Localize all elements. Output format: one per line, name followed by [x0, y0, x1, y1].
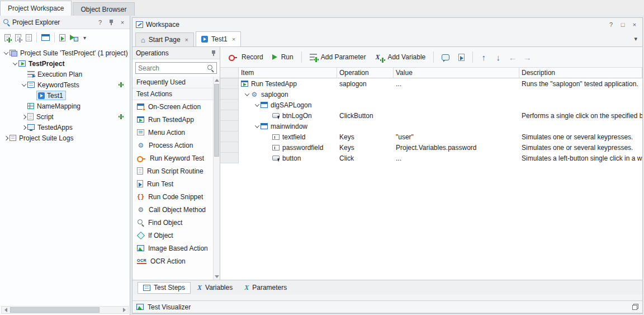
- tab-project-workspace[interactable]: Project Workspace: [0, 1, 72, 16]
- step-value[interactable]: [394, 121, 519, 131]
- add-operation-button[interactable]: [454, 50, 468, 64]
- scrollbar-thumb[interactable]: [10, 307, 100, 313]
- pin-icon[interactable]: [107, 18, 116, 27]
- step-description[interactable]: Performs a single click on the specified…: [519, 110, 642, 121]
- name-mapping-icon[interactable]: [41, 34, 50, 41]
- add-keyword-test-button[interactable]: [119, 82, 124, 88]
- open-item-icon[interactable]: [26, 34, 32, 41]
- operation-image-based-action[interactable]: Image Based Action: [132, 242, 213, 255]
- add-script-button[interactable]: [119, 114, 124, 120]
- row-gutter[interactable]: [220, 121, 239, 131]
- test-step-row[interactable]: passwordfield Keys Project.Variables.pas…: [220, 142, 642, 153]
- expander-icon[interactable]: [20, 83, 27, 87]
- tab-test1[interactable]: Test1 ×: [196, 31, 241, 46]
- test-step-row[interactable]: ⚙saplogon: [220, 89, 642, 100]
- expander-icon[interactable]: [243, 93, 250, 96]
- test-step-row[interactable]: mainwindow: [220, 121, 642, 131]
- tree-item-testedapps[interactable]: TestedApps: [0, 122, 130, 133]
- operation-run-testedapp[interactable]: Run TestedApp: [132, 113, 213, 126]
- operation-run-script-routine[interactable]: Run Script Routine: [132, 164, 213, 177]
- step-value[interactable]: [394, 100, 519, 110]
- operation-find-object[interactable]: Find Object: [132, 216, 213, 229]
- step-description[interactable]: Simulates one or several keypresses.: [519, 142, 642, 153]
- step-description[interactable]: Simulates a left-button single click in …: [519, 153, 642, 163]
- tab-start-page[interactable]: ⌂ Start Page ×: [135, 32, 194, 46]
- step-value[interactable]: [394, 110, 519, 121]
- tree-item-project-suite[interactable]: Project Suite 'TestProject' (1 project): [0, 48, 130, 58]
- close-tab-icon[interactable]: ×: [185, 36, 188, 43]
- operation-process-action[interactable]: ⚙Process Action: [132, 139, 213, 152]
- step-operation[interactable]: Click: [337, 153, 394, 163]
- column-header-value[interactable]: Value: [394, 68, 519, 78]
- test-step-row[interactable]: btnLogOn ClickButton Performs a single c…: [220, 110, 642, 121]
- scrollbar-thumb[interactable]: [214, 84, 219, 157]
- run-project-suite-icon[interactable]: [70, 34, 79, 41]
- step-item-cell[interactable]: button: [239, 153, 337, 163]
- operation-run-test[interactable]: Run Test: [132, 177, 213, 190]
- expander-icon[interactable]: [253, 125, 261, 128]
- close-icon[interactable]: ×: [630, 20, 639, 29]
- add-existing-item-icon[interactable]: [15, 34, 21, 41]
- tree-item-execution-plan[interactable]: Execution Plan: [0, 69, 130, 79]
- operation-run-code-snippet[interactable]: {}Run Code Snippet: [132, 190, 213, 203]
- row-gutter[interactable]: [220, 131, 239, 142]
- group-frequently-used[interactable]: Frequently Used: [132, 77, 213, 88]
- step-description[interactable]: Runs the "saplogon" tested application.: [519, 78, 642, 89]
- row-gutter[interactable]: [220, 89, 239, 100]
- step-description[interactable]: [519, 121, 642, 131]
- visualizer-float-icon[interactable]: [632, 304, 638, 310]
- pin-icon[interactable]: [211, 50, 216, 57]
- step-value[interactable]: Project.Variables.password: [394, 142, 519, 153]
- move-down-icon[interactable]: ↓: [491, 53, 505, 62]
- expander-icon[interactable]: [20, 115, 27, 119]
- expander-icon[interactable]: [2, 51, 10, 55]
- run-project-icon[interactable]: [59, 34, 65, 41]
- tree-item-test1[interactable]: Test1: [0, 90, 130, 101]
- row-gutter[interactable]: [220, 153, 239, 163]
- run-button[interactable]: Run: [268, 50, 297, 64]
- test-step-row[interactable]: button Click ... Simulates a left-button…: [220, 153, 642, 163]
- scroll-down-icon[interactable]: [214, 273, 220, 280]
- scroll-right-icon[interactable]: [120, 307, 128, 313]
- expander-icon[interactable]: [20, 126, 27, 129]
- step-item-cell[interactable]: textfield: [239, 131, 337, 142]
- move-up-icon[interactable]: ↑: [477, 53, 490, 62]
- operation-run-keyword-test[interactable]: Run Keyword Test: [132, 152, 213, 164]
- row-gutter[interactable]: [220, 100, 239, 110]
- step-value[interactable]: ...: [394, 153, 519, 163]
- step-item-cell[interactable]: dlgSAPLogon: [239, 100, 337, 110]
- column-header-description[interactable]: Description: [519, 68, 642, 78]
- record-button[interactable]: Record: [225, 50, 267, 64]
- tab-test-steps[interactable]: Test Steps: [138, 282, 191, 294]
- operation-menu-action[interactable]: Menu Action: [132, 126, 213, 139]
- float-icon[interactable]: □: [618, 20, 627, 29]
- tab-object-browser[interactable]: Object Browser: [73, 2, 134, 16]
- move-left-icon[interactable]: ←: [506, 53, 519, 62]
- add-new-item-icon[interactable]: [4, 34, 11, 41]
- toolbar-dropdown-icon[interactable]: ▾: [83, 35, 86, 41]
- expander-icon[interactable]: [11, 62, 18, 65]
- operation-ocr-action[interactable]: OCROCR Action: [132, 255, 213, 267]
- help-icon[interactable]: ?: [607, 20, 615, 29]
- group-test-actions[interactable]: Test Actions: [132, 88, 213, 100]
- tab-list-dropdown-icon[interactable]: ▾: [634, 35, 637, 43]
- search-input[interactable]: [138, 64, 207, 72]
- expander-icon[interactable]: [253, 104, 261, 107]
- tab-variables[interactable]: X Variables: [192, 282, 238, 294]
- tree-item-project-suite-logs[interactable]: Project Suite Logs: [0, 133, 130, 143]
- help-icon[interactable]: ?: [96, 18, 105, 27]
- tree-item-namemapping[interactable]: NameMapping: [0, 101, 130, 111]
- column-header-item[interactable]: Item: [239, 68, 337, 78]
- expander-icon[interactable]: [2, 137, 10, 140]
- step-description[interactable]: [519, 100, 642, 110]
- move-right-icon[interactable]: →: [520, 53, 534, 62]
- test-step-row[interactable]: dlgSAPLogon: [220, 100, 642, 110]
- test-step-row[interactable]: textfield Keys "user" Simulates one or s…: [220, 131, 642, 142]
- step-value[interactable]: "user": [394, 131, 519, 142]
- column-header-operation[interactable]: Operation: [337, 68, 394, 78]
- test-step-row[interactable]: Run TestedApp saplogon ... Runs the "sap…: [220, 78, 642, 89]
- tab-parameters[interactable]: X Parameters: [239, 282, 292, 294]
- step-item-cell[interactable]: btnLogOn: [239, 110, 337, 121]
- step-item-cell[interactable]: mainwindow: [239, 121, 337, 131]
- step-value[interactable]: [394, 89, 519, 100]
